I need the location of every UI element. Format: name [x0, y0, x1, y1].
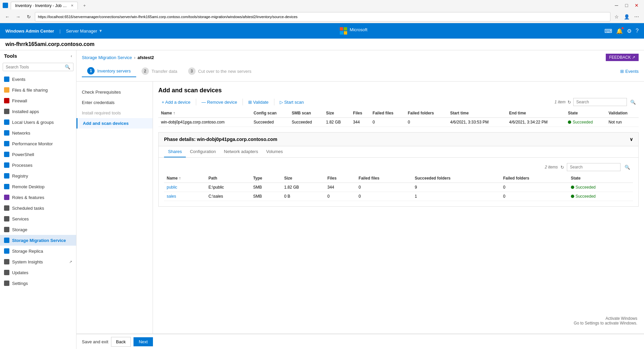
table-search-input[interactable]: [573, 98, 627, 106]
phase-tab-volumes[interactable]: Volumes: [262, 146, 287, 157]
phase-refresh-button[interactable]: ↻: [559, 163, 566, 171]
devices-col-validation[interactable]: Validation: [606, 109, 639, 118]
shares-col-failedfiles[interactable]: Failed files: [356, 174, 412, 183]
sidebar-collapse-button[interactable]: ‹: [71, 53, 72, 58]
sidebar-item-settings[interactable]: Settings: [0, 278, 76, 289]
server-title: win-fhrrk165ami.corp.contoso.com: [5, 41, 95, 47]
address-bar[interactable]: [35, 12, 610, 21]
sidebar-item-storage[interactable]: Storage: [0, 224, 76, 235]
extensions-icon[interactable]: ⋯: [632, 13, 641, 21]
back-button[interactable]: ←: [3, 13, 12, 21]
sidebar-item-networks[interactable]: Networks: [0, 128, 76, 138]
phase-search-input[interactable]: [567, 163, 621, 171]
close-button[interactable]: ✕: [632, 1, 641, 9]
remove-device-button[interactable]: — Remove device: [198, 98, 240, 106]
sidebar-item-scheduled-tasks[interactable]: Scheduled tasks: [0, 203, 76, 213]
validate-button[interactable]: ⊞ Validate: [245, 98, 272, 106]
nav-item-enter-creds[interactable]: Enter credentials: [76, 97, 153, 108]
phase-search-button[interactable]: 🔍: [622, 163, 633, 171]
profile-icon[interactable]: 👤: [622, 13, 631, 21]
forward-button[interactable]: →: [13, 13, 23, 21]
bookmark-icon[interactable]: ☆: [612, 13, 621, 21]
wac-section[interactable]: Server Manager ▼: [66, 29, 103, 34]
sidebar-item-events[interactable]: Events: [0, 74, 76, 85]
shares-row[interactable]: publicE:\publicSMB1.82 GB344090Succeeded: [164, 183, 633, 192]
devices-col-failedfiles[interactable]: Failed files: [370, 109, 405, 118]
search-tools-button[interactable]: 🔍: [62, 63, 73, 71]
sidebar-item-updates[interactable]: Updates: [0, 267, 76, 278]
refresh-button[interactable]: ↻: [24, 13, 34, 21]
settings-icon[interactable]: ⚙: [627, 28, 632, 34]
shares-col-size[interactable]: Size: [281, 174, 325, 183]
minimize-button[interactable]: ─: [612, 1, 621, 9]
devices-col-failedfolders[interactable]: Failed folders: [405, 109, 447, 118]
start-scan-button[interactable]: ▷ Start scan: [276, 98, 307, 106]
next-button[interactable]: Next: [133, 337, 153, 346]
shares-cell-7: 0: [500, 183, 568, 192]
shares-col-type[interactable]: Type: [251, 174, 282, 183]
maximize-button[interactable]: □: [622, 1, 631, 9]
sidebar-label-installed-apps: Installed apps: [12, 109, 39, 114]
step-2[interactable]: 2 Transfer data: [136, 65, 183, 77]
devices-col-state[interactable]: State: [565, 109, 606, 118]
step-3[interactable]: 3 Cut over to the new servers: [183, 65, 257, 77]
events-button[interactable]: ⊞ Events: [620, 69, 639, 74]
phase-tab-shares[interactable]: Shares: [164, 146, 186, 157]
nav-item-check-prereqs[interactable]: Check Prerequisites: [76, 87, 153, 97]
help-icon[interactable]: ?: [636, 28, 639, 34]
add-device-button[interactable]: + Add a device: [158, 98, 194, 106]
shares-cell-0[interactable]: sales: [164, 192, 206, 201]
sidebar-item-performance[interactable]: Performance Monitor: [0, 138, 76, 149]
devices-col-configscan[interactable]: Config scan: [251, 109, 289, 118]
shares-cell-0[interactable]: public: [164, 183, 206, 192]
devices-col-smbscan[interactable]: SMB scan: [289, 109, 323, 118]
devices-row[interactable]: win-dobj0p41pga.corp.contoso.comSucceede…: [158, 118, 639, 127]
sidebar-item-registry[interactable]: Registry: [0, 170, 76, 181]
new-tab-button[interactable]: +: [80, 2, 89, 9]
refresh-button[interactable]: ↻: [566, 98, 573, 106]
sidebar-item-storage-replica[interactable]: Storage Replica: [0, 246, 76, 256]
tab-close-icon[interactable]: ✕: [71, 4, 73, 7]
share-link[interactable]: public: [167, 185, 177, 190]
shares-col-state[interactable]: State: [568, 174, 633, 183]
sidebar-item-services[interactable]: Services: [0, 213, 76, 224]
shares-col-path[interactable]: Path: [206, 174, 251, 183]
sidebar-item-installed-apps[interactable]: Installed apps: [0, 106, 76, 117]
shares-col-succeededfolders[interactable]: Succeeded folders: [412, 174, 500, 183]
nav-item-add-scan[interactable]: Add and scan devices: [76, 118, 153, 129]
sidebar-icon-registry: [4, 173, 9, 179]
breadcrumb-parent[interactable]: Storage Migration Service: [82, 55, 132, 60]
shares-col-files[interactable]: Files: [325, 174, 356, 183]
sidebar-item-local-users[interactable]: Local Users & groups: [0, 117, 76, 128]
back-button[interactable]: Back: [111, 337, 131, 347]
sidebar-item-processes[interactable]: Processes: [0, 160, 76, 170]
sidebar-icon-firewall: [4, 98, 9, 103]
share-link[interactable]: sales: [167, 194, 176, 199]
devices-col-files[interactable]: Files: [351, 109, 370, 118]
sidebar-item-system-insights[interactable]: System Insights ↗: [0, 256, 76, 267]
step-1[interactable]: 1 Inventory servers: [82, 65, 136, 77]
browser-tab[interactable]: Inventory · Inventory - Job deta... ✕: [11, 2, 78, 9]
devices-col-name↑[interactable]: Name ↑: [158, 109, 251, 118]
sidebar-item-firewall[interactable]: Firewall: [0, 95, 76, 106]
phase-collapse-icon[interactable]: ∨: [630, 137, 633, 142]
phase-tab-configuration[interactable]: Configuration: [186, 146, 220, 157]
feedback-button[interactable]: FEEDBACK ↗: [606, 54, 639, 61]
search-tools-input[interactable]: [3, 63, 62, 71]
table-search-button[interactable]: 🔍: [628, 98, 639, 106]
sidebar-item-remote-desktop[interactable]: Remote Desktop: [0, 181, 76, 192]
sidebar-item-storage-migration[interactable]: Storage Migration Service: [0, 235, 76, 246]
terminal-icon[interactable]: ⌨: [604, 28, 612, 34]
devices-col-size[interactable]: Size: [323, 109, 351, 118]
devices-col-endtime[interactable]: End time: [506, 109, 566, 118]
devices-col-starttime[interactable]: Start time: [447, 109, 506, 118]
shares-col-name[interactable]: Name ↑: [164, 174, 206, 183]
sidebar-item-files[interactable]: Files & file sharing: [0, 85, 76, 95]
sidebar-item-powershell[interactable]: PowerShell: [0, 149, 76, 160]
sidebar-item-roles-features[interactable]: Roles & features: [0, 192, 76, 203]
phase-tab-network-adapters[interactable]: Network adapters: [220, 146, 262, 157]
shares-row[interactable]: salesC:\salesSMB0 B0010Succeeded: [164, 192, 633, 201]
phase-details-header: Phase details: win-dobj0p41pga.corp.cont…: [159, 133, 638, 146]
notifications-icon[interactable]: 🔔: [616, 28, 623, 34]
shares-col-failedfolders[interactable]: Failed folders: [500, 174, 568, 183]
